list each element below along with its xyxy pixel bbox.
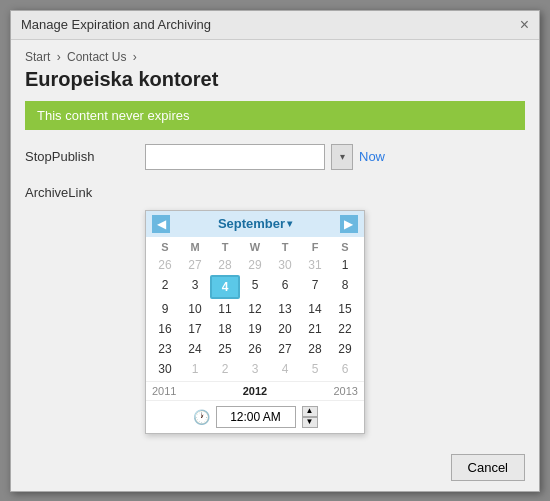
calendar-day[interactable]: 10: [180, 299, 210, 319]
calendar-month: September: [218, 216, 285, 231]
calendar-week-row: 2627282930311: [150, 255, 360, 275]
calendar-day[interactable]: 15: [330, 299, 360, 319]
calendar-day[interactable]: 3: [180, 275, 210, 299]
calendar-day[interactable]: 31: [300, 255, 330, 275]
calendar-day[interactable]: 1: [180, 359, 210, 379]
dialog-body: Start › Contact Us › Europeiska kontoret…: [11, 40, 539, 444]
day-header: S: [330, 239, 360, 255]
calendar-day[interactable]: 7: [300, 275, 330, 299]
calendar-month-arrow[interactable]: ▾: [287, 218, 292, 229]
calendar-day[interactable]: 19: [240, 319, 270, 339]
calendar-month-title: September ▾: [218, 216, 292, 231]
calendar-day[interactable]: 29: [330, 339, 360, 359]
day-header: F: [300, 239, 330, 255]
calendar-day[interactable]: 5: [240, 275, 270, 299]
calendar-prev-button[interactable]: ◀: [152, 215, 170, 233]
status-banner: This content never expires: [25, 101, 525, 130]
calendar-day[interactable]: 26: [240, 339, 270, 359]
calendar-next-button[interactable]: ▶: [340, 215, 358, 233]
calendar-grid: SMTWTFS 26272829303112345678910111213141…: [146, 237, 364, 381]
calendar-day[interactable]: 4: [210, 275, 240, 299]
day-header: S: [150, 239, 180, 255]
calendar-day[interactable]: 26: [150, 255, 180, 275]
dialog-title-bar: Manage Expiration and Archiving ×: [11, 11, 539, 40]
calendar-weeks: 2627282930311234567891011121314151617181…: [150, 255, 360, 379]
calendar-day[interactable]: 17: [180, 319, 210, 339]
calendar-day[interactable]: 22: [330, 319, 360, 339]
calendar-day[interactable]: 2: [150, 275, 180, 299]
calendar-header: ◀ September ▾ ▶: [146, 211, 364, 237]
calendar-day[interactable]: 5: [300, 359, 330, 379]
calendar-day[interactable]: 28: [210, 255, 240, 275]
archive-link-row: ArchiveLink: [25, 180, 525, 200]
calendar-day[interactable]: 6: [330, 359, 360, 379]
calendar-time-row: 🕐 ▲ ▼: [146, 400, 364, 433]
calendar-week-row: 16171819202122: [150, 319, 360, 339]
breadcrumb-sep2: ›: [133, 50, 137, 64]
calendar-day[interactable]: 4: [270, 359, 300, 379]
calendar-week-row: 23242526272829: [150, 339, 360, 359]
calendar-day[interactable]: 28: [300, 339, 330, 359]
clock-icon: 🕐: [193, 409, 210, 425]
calendar-year[interactable]: 2012: [243, 385, 267, 397]
calendar-day[interactable]: 30: [150, 359, 180, 379]
dialog-title: Manage Expiration and Archiving: [21, 17, 211, 32]
calendar-week-row: 9101112131415: [150, 299, 360, 319]
calendar-day[interactable]: 21: [300, 319, 330, 339]
stop-publish-row: StopPublish ▾ Now: [25, 144, 525, 170]
calendar-day[interactable]: 20: [270, 319, 300, 339]
breadcrumb-sep1: ›: [57, 50, 61, 64]
time-down-button[interactable]: ▼: [302, 417, 318, 428]
calendar-day[interactable]: 3: [240, 359, 270, 379]
day-header: W: [240, 239, 270, 255]
calendar-day[interactable]: 25: [210, 339, 240, 359]
calendar-year-row: 201120122013: [146, 381, 364, 400]
calendar-day[interactable]: 16: [150, 319, 180, 339]
calendar-day[interactable]: 24: [180, 339, 210, 359]
calendar-day[interactable]: 23: [150, 339, 180, 359]
calendar-day[interactable]: 14: [300, 299, 330, 319]
dialog-footer: Cancel: [11, 444, 539, 491]
calendar-day[interactable]: 9: [150, 299, 180, 319]
archive-link-label: ArchiveLink: [25, 180, 145, 200]
calendar-day-headers: SMTWTFS: [150, 239, 360, 255]
calendar-day[interactable]: 30: [270, 255, 300, 275]
calendar-day[interactable]: 27: [270, 339, 300, 359]
calendar-week-row: 30123456: [150, 359, 360, 379]
calendar-day[interactable]: 6: [270, 275, 300, 299]
time-up-button[interactable]: ▲: [302, 406, 318, 417]
calendar-day[interactable]: 29: [240, 255, 270, 275]
breadcrumb-start[interactable]: Start: [25, 50, 50, 64]
day-header: T: [210, 239, 240, 255]
day-header: T: [270, 239, 300, 255]
now-link[interactable]: Now: [359, 149, 385, 164]
calendar-day[interactable]: 8: [330, 275, 360, 299]
breadcrumb: Start › Contact Us ›: [25, 50, 525, 64]
calendar-year[interactable]: 2011: [152, 385, 176, 397]
stop-publish-controls: ▾ Now: [145, 144, 385, 170]
date-input[interactable]: [145, 144, 325, 170]
time-spinner: ▲ ▼: [302, 406, 318, 428]
stop-publish-label: StopPublish: [25, 144, 145, 164]
calendar-day[interactable]: 27: [180, 255, 210, 275]
calendar-week-row: 2345678: [150, 275, 360, 299]
time-input[interactable]: [216, 406, 296, 428]
manage-expiration-dialog: Manage Expiration and Archiving × Start …: [10, 10, 540, 492]
day-header: M: [180, 239, 210, 255]
dropdown-button[interactable]: ▾: [331, 144, 353, 170]
calendar-day[interactable]: 12: [240, 299, 270, 319]
page-title: Europeiska kontoret: [25, 68, 525, 91]
close-button[interactable]: ×: [520, 17, 529, 33]
calendar-year[interactable]: 2013: [334, 385, 358, 397]
calendar-popup: ◀ September ▾ ▶ SMTWTFS 2627282930311234…: [145, 210, 365, 434]
calendar-day[interactable]: 1: [330, 255, 360, 275]
calendar-day[interactable]: 18: [210, 319, 240, 339]
calendar-day[interactable]: 13: [270, 299, 300, 319]
breadcrumb-contact-us[interactable]: Contact Us: [67, 50, 126, 64]
calendar-day[interactable]: 11: [210, 299, 240, 319]
calendar-day[interactable]: 2: [210, 359, 240, 379]
cancel-button[interactable]: Cancel: [451, 454, 525, 481]
